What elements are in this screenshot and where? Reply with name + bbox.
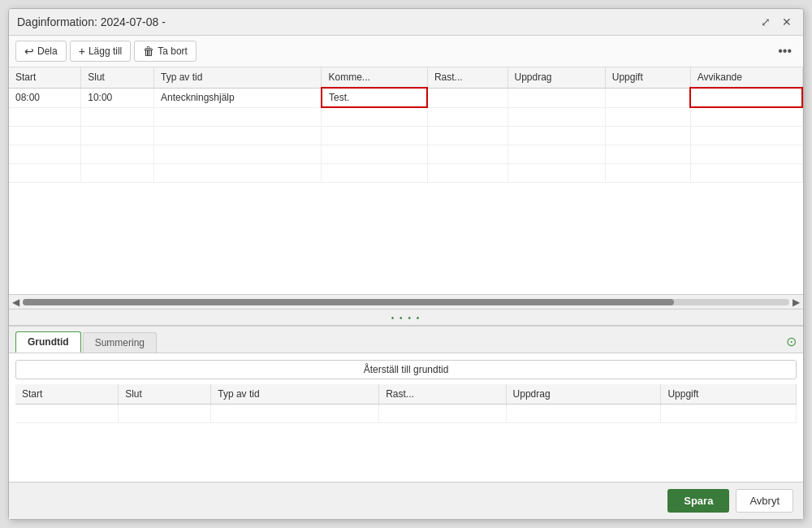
bottom-section: Grundtid Summering ⊙ Återställ till grun… (9, 326, 803, 482)
sub-col-uppgift: Uppgift (661, 384, 797, 405)
plus-icon: + (79, 45, 85, 58)
expand-button[interactable]: ⤢ (758, 14, 774, 30)
footer: Spara Avbryt (9, 482, 803, 519)
col-uppdrag: Uppdrag (508, 67, 605, 88)
main-table-header-row: Start Slut Typ av tid Komme... Rast... U… (9, 67, 802, 88)
dialog: Daginformation: 2024-07-08 - ⤢ ✕ ↩ Dela … (8, 8, 804, 520)
tab-summering[interactable]: Summering (83, 332, 157, 353)
sub-table-header-row: Start Slut Typ av tid Rast... Uppdrag Up… (15, 384, 797, 405)
tab-grundtid[interactable]: Grundtid (15, 331, 81, 353)
sub-col-slut: Slut (119, 384, 211, 405)
tab-collapse-icon[interactable]: ⊙ (786, 334, 797, 353)
trash-icon: 🗑 (143, 45, 154, 58)
sub-table: Start Slut Typ av tid Rast... Uppdrag Up… (15, 384, 797, 423)
cell-slut: 10:00 (81, 88, 154, 107)
ta-bort-label: Ta bort (158, 45, 188, 57)
title-bar: Daginformation: 2024-07-08 - ⤢ ✕ (9, 9, 803, 36)
save-button[interactable]: Spara (667, 489, 729, 513)
dela-button[interactable]: ↩ Dela (15, 41, 67, 62)
col-rast: Rast... (427, 67, 508, 88)
cancel-button[interactable]: Avbryt (736, 489, 793, 513)
table-row-empty-4 (9, 163, 802, 182)
dela-icon: ↩ (24, 45, 34, 58)
col-avvikande: Avvikande (690, 67, 802, 88)
cell-typ-av-tid: Anteckningshjälp (153, 88, 322, 107)
close-button[interactable]: ✕ (779, 14, 795, 30)
table-row-empty-1 (9, 107, 802, 126)
sub-col-uppdrag: Uppdrag (506, 384, 661, 405)
sub-col-typ-av-tid: Typ av tid (211, 384, 379, 405)
lagg-till-button[interactable]: + Lägg till (70, 41, 132, 62)
toolbar: ↩ Dela + Lägg till 🗑 Ta bort ••• (9, 36, 803, 67)
cell-start: 08:00 (9, 88, 81, 107)
table-row-empty-3 (9, 145, 802, 163)
sub-col-start: Start (15, 384, 119, 405)
lagg-till-label: Lägg till (89, 45, 122, 57)
horizontal-scrollbar[interactable]: ◀ ▶ (9, 295, 803, 309)
ta-bort-button[interactable]: 🗑 Ta bort (134, 41, 197, 62)
cell-avvikande[interactable] (690, 88, 802, 107)
col-kommentar: Komme... (322, 67, 427, 88)
main-table: Start Slut Typ av tid Komme... Rast... U… (9, 67, 803, 183)
main-table-area[interactable]: Start Slut Typ av tid Komme... Rast... U… (9, 67, 803, 295)
col-uppgift: Uppgift (605, 67, 690, 88)
table-row-empty-2 (9, 126, 802, 145)
table-row[interactable]: 08:00 10:00 Anteckningshjälp Test. (9, 88, 802, 107)
scrollbar-track[interactable] (23, 299, 789, 305)
col-typ-av-tid: Typ av tid (153, 67, 322, 88)
sub-table-row-empty (15, 405, 797, 423)
cell-rast (427, 88, 508, 107)
dela-label: Dela (37, 45, 58, 57)
scroll-left-arrow[interactable]: ◀ (12, 296, 19, 308)
scrollbar-thumb[interactable] (23, 299, 674, 305)
scroll-right-arrow[interactable]: ▶ (793, 296, 800, 308)
cell-uppgift (605, 88, 690, 107)
sub-col-rast: Rast... (379, 384, 506, 405)
reset-button[interactable]: Återställ till grundtid (15, 360, 797, 379)
tabs-bar: Grundtid Summering ⊙ (9, 327, 803, 353)
grundtid-tab-content: Återställ till grundtid Start Slut Typ a… (9, 353, 803, 482)
scroll-dots: • • • • (391, 314, 421, 322)
title-actions: ⤢ ✕ (758, 14, 795, 30)
more-button[interactable]: ••• (773, 42, 797, 60)
col-start: Start (9, 67, 81, 88)
cell-uppdrag (508, 88, 605, 107)
sub-table-area[interactable]: Start Slut Typ av tid Rast... Uppdrag Up… (15, 384, 797, 465)
col-slut: Slut (81, 67, 154, 88)
cell-kommentar[interactable]: Test. (322, 88, 427, 107)
dialog-title: Daginformation: 2024-07-08 - (17, 15, 166, 28)
